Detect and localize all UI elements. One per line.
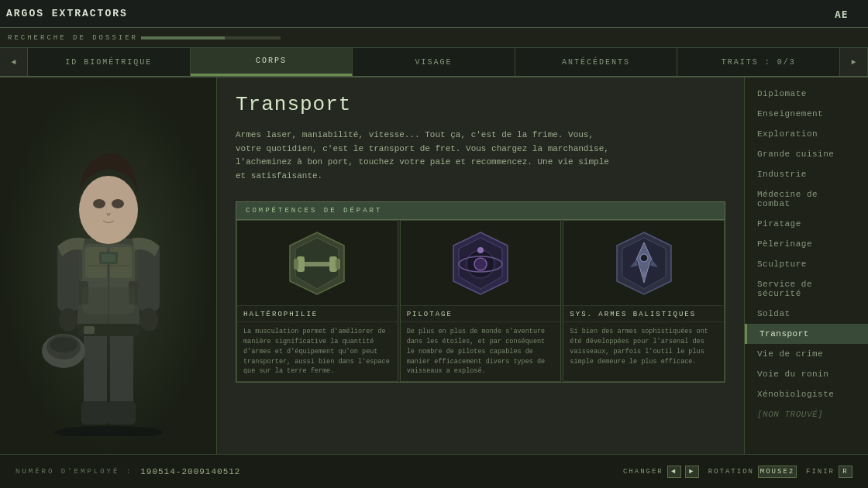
bottom-right-controls: CHANGER ◄ ► ROTATION MOUSE2 FINIR R	[623, 466, 852, 478]
tab-right-btn[interactable]: ►	[840, 48, 868, 76]
sidebar-item-exploration[interactable]: Exploration	[745, 124, 868, 144]
tab-traits[interactable]: TRAITS : 0/3	[677, 48, 840, 76]
tab-left-btn[interactable]: ◄	[0, 48, 28, 76]
app-title: ARGOS EXTRACTORS	[6, 8, 128, 19]
svg-text:AE: AE	[835, 9, 849, 20]
skill-icon-halterophilie	[237, 221, 398, 306]
skill-icon-armes-balistiques	[563, 221, 724, 306]
info-panel: Transport Armes laser, maniabilité, vite…	[217, 77, 744, 454]
employee-id-section: NUMÉRO D'EMPLOYÉ : 190514-2009140512	[16, 467, 240, 476]
background-title: Transport	[236, 93, 725, 116]
skill-desc-halterophilie: La musculation permet d'améliorer de man…	[237, 322, 398, 381]
sidebar-item-enseignement[interactable]: Enseignement	[745, 104, 868, 124]
svg-point-46	[640, 254, 648, 262]
employee-id-label: NUMÉRO D'EMPLOYÉ :	[16, 468, 133, 476]
progress-bar	[141, 36, 281, 40]
svg-rect-33	[300, 262, 334, 266]
top-bar: ARGOS EXTRACTORS AE	[0, 0, 868, 28]
sidebar-item-industrie[interactable]: Industrie	[745, 164, 868, 184]
svg-rect-37	[336, 259, 340, 270]
sidebar-item-medecine-de-combat[interactable]: Médecine de combat	[745, 184, 868, 214]
changer-button[interactable]: CHANGER ◄ ►	[623, 466, 699, 478]
svg-rect-47	[642, 271, 646, 280]
sidebar-item-vie-de-crime[interactable]: Vie de crime	[745, 344, 868, 364]
nav-tabs: ◄ ID BIOMÉTRIQUE CORPS VISAGE ANTÉCÉDENT…	[0, 48, 868, 77]
finir-label: FINIR	[806, 468, 835, 476]
tab-corps[interactable]: CORPS	[191, 48, 353, 76]
next-key[interactable]: ►	[685, 466, 699, 478]
sidebar-item-voie-du-ronin[interactable]: Voie du ronin	[745, 364, 868, 384]
svg-point-18	[140, 308, 158, 332]
svg-point-2	[54, 426, 163, 436]
logo: AE	[829, 3, 862, 25]
search-label: RECHERCHE DE DOSSIER	[8, 34, 138, 42]
svg-point-43	[477, 247, 484, 253]
svg-rect-28	[82, 287, 135, 318]
svg-point-25	[112, 199, 124, 208]
sidebar-item-transport[interactable]: Transport	[745, 324, 868, 344]
sidebar-item-sculpture[interactable]: Sculpture	[745, 254, 868, 274]
svg-rect-6	[108, 401, 136, 424]
sidebar-item-piratage[interactable]: Piratage	[745, 214, 868, 234]
sidebar-item-non-trouve[interactable]: [NON TROUVÉ]	[745, 404, 868, 424]
tab-visage[interactable]: VISAGE	[353, 48, 515, 76]
skills-header: COMPÉTENCES DE DÉPART	[236, 201, 725, 220]
skill-card-halterophilie: HALTÉROPHILIE La musculation permet d'am…	[236, 220, 398, 382]
finir-key[interactable]: R	[839, 466, 852, 478]
tab-biometrique[interactable]: ID BIOMÉTRIQUE	[28, 48, 191, 76]
svg-point-23	[79, 176, 138, 244]
finir-button[interactable]: FINIR R	[806, 466, 852, 478]
skill-name-armes-balistiques: SYS. ARMES BALISTIQUES	[563, 306, 724, 322]
skill-desc-armes-balistiques: Si bien des armes sophistiquées ont été …	[563, 322, 724, 381]
skill-name-pilotage: PILOTAGE	[401, 306, 561, 322]
sidebar-item-diplomate[interactable]: Diplomate	[745, 84, 868, 104]
svg-rect-30	[102, 254, 115, 262]
svg-point-17	[59, 308, 78, 332]
employee-id-value: 190514-2009140512	[140, 467, 240, 476]
sidebar-item-service-de-securite[interactable]: Service de sécurité	[745, 274, 868, 304]
second-bar: RECHERCHE DE DOSSIER	[0, 28, 868, 48]
rotation-button[interactable]: ROTATION MOUSE2	[708, 466, 797, 478]
svg-point-42	[474, 258, 487, 270]
svg-rect-36	[294, 259, 298, 270]
svg-rect-5	[81, 401, 109, 424]
sidebar-item-grande-cuisine[interactable]: Grande cuisine	[745, 144, 868, 164]
prev-key[interactable]: ◄	[667, 466, 681, 478]
skill-card-armes-balistiques: SYS. ARMES BALISTIQUES Si bien des armes…	[563, 220, 725, 382]
svg-point-24	[93, 199, 105, 208]
skills-grid: HALTÉROPHILIE La musculation permet d'am…	[236, 220, 725, 383]
background-description: Armes laser, maniabilité, vitesse... Tou…	[236, 129, 623, 183]
sidebar-item-pelerinage[interactable]: Pèlerinage	[745, 234, 868, 254]
character-panel	[0, 77, 217, 454]
progress-fill	[141, 36, 225, 40]
rotation-key[interactable]: MOUSE2	[758, 466, 797, 478]
svg-point-21	[50, 337, 78, 352]
tab-antecedents[interactable]: ANTÉCÉDENTS	[515, 48, 678, 76]
bottom-bar: NUMÉRO D'EMPLOYÉ : 190514-2009140512 CHA…	[0, 454, 868, 488]
character-figure	[23, 95, 194, 436]
skill-desc-pilotage: De plus en plus de monde s'aventure dans…	[401, 322, 561, 381]
skill-name-halterophilie: HALTÉROPHILIE	[237, 306, 398, 322]
skill-icon-pilotage	[401, 221, 561, 306]
sidebar-item-xenobiologiste[interactable]: Xénobiologiste	[745, 384, 868, 404]
svg-rect-12	[84, 326, 95, 334]
main-content: Transport Armes laser, maniabilité, vite…	[0, 77, 868, 454]
changer-label: CHANGER	[623, 468, 663, 476]
sidebar: Diplomate Enseignement Exploration Grand…	[744, 77, 868, 454]
skill-card-pilotage: PILOTAGE De plus en plus de monde s'aven…	[400, 220, 562, 382]
rotation-label: ROTATION	[708, 468, 754, 476]
sidebar-item-soldat[interactable]: Soldat	[745, 304, 868, 324]
